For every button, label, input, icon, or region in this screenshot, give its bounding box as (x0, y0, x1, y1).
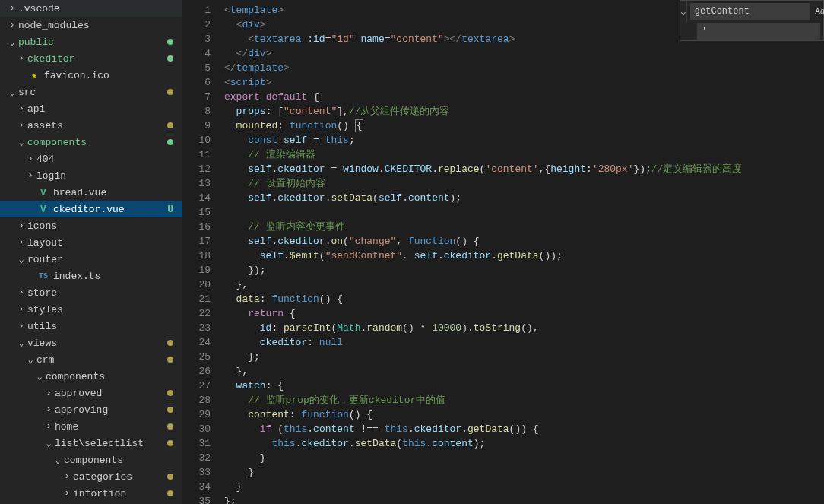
find-input[interactable] (690, 3, 810, 20)
file-favicon[interactable]: ·★favicon.ico (0, 67, 182, 84)
folder-components[interactable]: components (0, 134, 182, 151)
folder-approved[interactable]: approved (0, 385, 182, 401)
file-index-ts[interactable]: ·TSindex.ts (0, 268, 182, 284)
folder-assets[interactable]: assets (0, 117, 182, 134)
folder-styles[interactable]: styles (0, 301, 182, 318)
match-case-toggle[interactable]: Aa (813, 4, 824, 19)
folder-public[interactable]: public (0, 33, 182, 50)
folder-vscode[interactable]: .vscode (0, 0, 182, 17)
code-editor[interactable]: 1234567891011121314151617181920212223242… (182, 0, 824, 504)
folder-utils[interactable]: utils (0, 318, 182, 334)
folder-layout[interactable]: layout (0, 234, 182, 251)
find-expand-toggle[interactable]: ⌄ (680, 1, 687, 22)
folder-store[interactable]: store (0, 284, 182, 301)
file-ckeditor-vue[interactable]: ·Vckeditor.vueU (0, 201, 182, 217)
folder-404[interactable]: 404 (0, 151, 182, 167)
file-explorer[interactable]: .vscode node_modules public ckeditor ·★f… (0, 0, 182, 504)
folder-categories[interactable]: categories (0, 468, 182, 485)
folder-login[interactable]: login (0, 167, 182, 184)
code-area[interactable]: <template> <div> <textarea :id="id" name… (224, 0, 824, 504)
folder-views[interactable]: views (0, 334, 182, 351)
folder-ckeditor[interactable]: ckeditor (0, 50, 182, 67)
folder-crm[interactable]: crm (0, 351, 182, 368)
line-gutter: 1234567891011121314151617181920212223242… (182, 0, 224, 504)
file-bread-vue[interactable]: ·Vbread.vue (0, 184, 182, 201)
folder-api[interactable]: api (0, 100, 182, 117)
folder-crm-components[interactable]: components (0, 368, 182, 385)
replace-input[interactable] (697, 23, 820, 40)
folder-node-modules[interactable]: node_modules (0, 17, 182, 33)
folder-src[interactable]: src (0, 84, 182, 100)
folder-icons[interactable]: icons (0, 217, 182, 234)
folder-home[interactable]: home (0, 418, 182, 435)
folder-router[interactable]: router (0, 251, 182, 268)
folder-list-selectlist[interactable]: list\selectlist (0, 435, 182, 452)
folder-infortion[interactable]: infortion (0, 485, 182, 502)
folder-approving[interactable]: approving (0, 401, 182, 418)
folder-ls-components[interactable]: components (0, 452, 182, 468)
find-widget[interactable]: ⌄ Aa (680, 0, 824, 41)
